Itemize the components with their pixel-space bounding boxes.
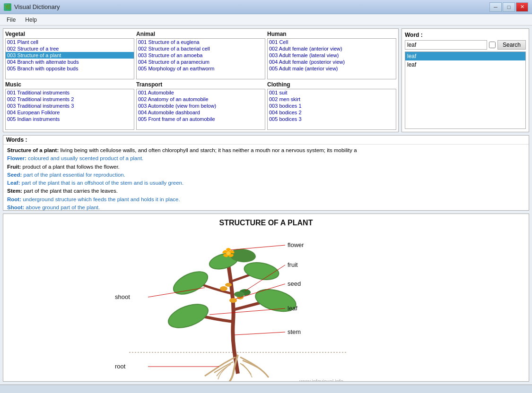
fruit-label: fruit (288, 261, 298, 268)
word-line: Leaf: part of the plant that is an offsh… (7, 179, 525, 187)
word-line: Fruit: product of a plant that follows t… (7, 163, 525, 171)
list-item[interactable]: 003 bodices 1 (268, 103, 396, 109)
list-item[interactable]: 001 suit (268, 89, 396, 96)
image-section: STRUCTURE OF A PLANT (3, 214, 529, 382)
human-section: Human 001 Cell 002 Adult female (anterio… (267, 31, 396, 79)
clothing-title: Clothing (267, 81, 396, 88)
list-item[interactable]: 001 Cell (268, 39, 396, 45)
menu-file[interactable]: File (2, 16, 20, 24)
word-line: Flower: coloured and usually scented pro… (7, 154, 525, 162)
word-line: Root: underground structure which feeds … (7, 196, 525, 204)
categories-panel: Vegetal 001 Plant cell 002 Structure of … (3, 28, 399, 132)
list-item[interactable]: 005 bodices 3 (268, 116, 396, 122)
status-bar (0, 384, 532, 393)
list-item[interactable]: 002 Adult female (anterior view) (268, 45, 396, 52)
vegetal-title: Vegetal (5, 31, 134, 37)
list-item[interactable]: 002 Structure of a tree (6, 45, 134, 52)
list-item[interactable]: 001 Plant cell (6, 39, 134, 45)
result-item[interactable]: leaf (405, 60, 525, 69)
svg-point-22 (226, 248, 231, 251)
animal-title: Animal (136, 31, 265, 37)
word-line: Shoot: above ground part of the plant. (7, 204, 525, 210)
search-panel: Word : Search leaf leaf (401, 28, 529, 132)
clothing-section: Clothing 001 suit 002 men skirt 003 bodi… (267, 81, 396, 130)
list-item[interactable]: 005 Morphology of an earthworm (137, 65, 265, 72)
list-item[interactable]: 004 Adult female (posterior view) (268, 59, 396, 65)
svg-point-17 (234, 291, 244, 297)
watermark: www.infovisual.info (299, 378, 343, 382)
list-item[interactable]: 002 men skirt (268, 96, 396, 103)
list-item[interactable]: 004 Automobile dashboard (137, 109, 265, 116)
list-item[interactable]: 004 European Folklore (6, 109, 134, 116)
svg-line-28 (209, 308, 285, 315)
search-button[interactable]: Search (497, 40, 526, 50)
search-row: Search (405, 40, 526, 50)
human-title: Human (267, 31, 396, 37)
svg-line-29 (235, 332, 285, 335)
music-title: Music (5, 81, 134, 88)
transport-section: Transport 001 Automobile 002 Anatomy of … (136, 81, 265, 130)
svg-point-14 (220, 286, 227, 291)
vegetal-list[interactable]: 001 Plant cell 002 Structure of a tree 0… (5, 38, 134, 79)
transport-title: Transport (136, 81, 265, 88)
list-item[interactable]: 003 Structure of an amoeba (137, 52, 265, 59)
window-title: Visual Dictionary (14, 3, 60, 10)
title-bar: 🌿 Visual Dictionary ─ □ ✕ (0, 0, 532, 14)
list-item[interactable]: 002 Traditional instruments 2 (6, 96, 134, 103)
main-content: Vegetal 001 Plant cell 002 Structure of … (0, 26, 532, 384)
plant-illustration: flower fruit seed leaf stem shoot (101, 227, 432, 382)
title-bar-left: 🌿 Visual Dictionary (4, 3, 60, 11)
svg-line-25 (231, 245, 285, 250)
words-section: Words : Structure of a plant: living bei… (3, 135, 529, 211)
top-row: Vegetal 001 Plant cell 002 Structure of … (3, 28, 529, 132)
clothing-list[interactable]: 001 suit 002 men skirt 003 bodices 1 004… (267, 89, 396, 130)
list-item[interactable]: 005 Branch with opposite buds (6, 65, 134, 72)
close-button[interactable]: ✕ (516, 2, 528, 12)
search-input[interactable] (405, 40, 487, 50)
word-label: Word : (405, 32, 526, 38)
menu-bar: File Help (0, 14, 532, 26)
title-bar-controls: ─ □ ✕ (489, 2, 528, 12)
result-item[interactable]: leaf (405, 52, 525, 60)
category-grid: Vegetal 001 Plant cell 002 Structure of … (5, 31, 396, 130)
list-item[interactable]: 003 Traditional instruments 3 (6, 103, 134, 109)
list-item[interactable]: 003 Automobile (view from below) (137, 103, 265, 109)
list-item[interactable]: 003 Adult female (lateral view) (268, 52, 396, 59)
shoot-label: shoot (115, 293, 130, 300)
menu-help[interactable]: Help (20, 16, 42, 24)
human-list[interactable]: 001 Cell 002 Adult female (anterior view… (267, 38, 396, 79)
vegetal-section: Vegetal 001 Plant cell 002 Structure of … (5, 31, 134, 79)
words-content: Structure of a plant: living being with … (3, 145, 529, 210)
list-item[interactable]: 004 Branch with alternate buds (6, 59, 134, 65)
list-item[interactable]: 005 Adult male (anterior view) (268, 65, 396, 72)
plant-diagram: flower fruit seed leaf stem shoot (3, 227, 529, 381)
list-item[interactable]: 004 bodices 2 (268, 109, 396, 116)
list-item[interactable]: 003 Structure of a plant (6, 52, 134, 59)
maximize-button[interactable]: □ (503, 2, 515, 12)
music-section: Music 001 Traditional instruments 002 Tr… (5, 81, 134, 130)
word-line: Seed: part of the plant essential for re… (7, 171, 525, 179)
seed-label: seed (288, 280, 301, 287)
list-item[interactable]: 001 Automobile (137, 89, 265, 96)
list-item[interactable]: 005 Front frame of an automobile (137, 116, 265, 122)
transport-list[interactable]: 001 Automobile 002 Anatomy of an automob… (136, 89, 265, 130)
list-item[interactable]: 002 Anatomy of an automobile (137, 96, 265, 103)
list-item[interactable]: 001 Traditional instruments (6, 89, 134, 96)
animal-list[interactable]: 001 Structure of a euglena 002 Structure… (136, 38, 265, 79)
list-item[interactable]: 004 Structure of a paramecium (137, 59, 265, 65)
flower-label: flower (288, 241, 304, 248)
diagram-title: STRUCTURE OF A PLANT (219, 219, 313, 227)
search-results[interactable]: leaf leaf (405, 51, 526, 129)
list-item[interactable]: 002 Structure of a bacterial cell (137, 45, 265, 52)
minimize-button[interactable]: ─ (489, 2, 502, 12)
stem-label: stem (288, 328, 301, 335)
search-checkbox[interactable] (489, 42, 496, 48)
word-line: Stem: part of the plant that carries the… (7, 187, 525, 195)
music-list[interactable]: 001 Traditional instruments 002 Traditio… (5, 89, 134, 130)
list-item[interactable]: 005 Indian instruments (6, 116, 134, 122)
words-label: Words : (3, 136, 529, 145)
word-line: Structure of a plant: living being with … (7, 146, 525, 154)
animal-section: Animal 001 Structure of a euglena 002 St… (136, 31, 265, 79)
list-item[interactable]: 001 Structure of a euglena (137, 39, 265, 45)
svg-point-15 (225, 283, 232, 287)
